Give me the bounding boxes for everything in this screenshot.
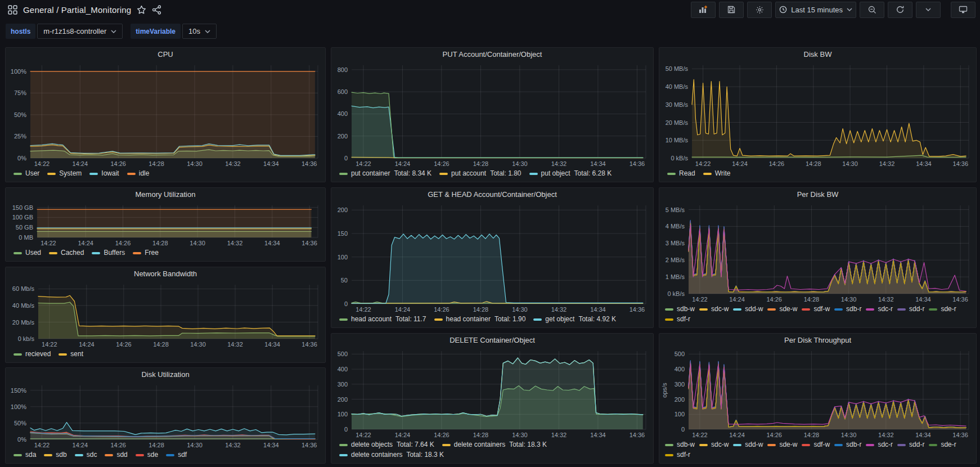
- legend-item[interactable]: sde: [136, 450, 158, 460]
- series-swatch-icon: [166, 454, 174, 456]
- legend-item[interactable]: Iowait: [89, 169, 119, 178]
- legend-item[interactable]: sdc-r: [866, 304, 893, 314]
- legend-item[interactable]: put objectTotal: 6.28 K: [529, 169, 612, 178]
- svg-text:14:30: 14:30: [187, 160, 203, 167]
- legend-item[interactable]: sdf: [166, 450, 187, 460]
- panel-delete: DELETE Container/Object01002003004005001…: [331, 333, 654, 464]
- panel-per-disk-bw: Per Disk BW0 kB/s1 MB/s2 MB/s3 MB/s4 MB/…: [659, 187, 977, 328]
- legend-item[interactable]: Buffers: [92, 248, 125, 258]
- legend-item[interactable]: head containerTotal: 1.90: [434, 315, 526, 324]
- dashboard-panels: CPU0%25%50%75%100%14:2214:2414:2614:2814…: [0, 0, 980, 467]
- legend-item[interactable]: sde-r: [929, 440, 956, 450]
- legend-item[interactable]: sdc-w: [699, 304, 729, 314]
- panel-title-per-disk-throughput[interactable]: Per Disk Throughput: [659, 334, 976, 347]
- legend-item[interactable]: sdd-w: [733, 440, 763, 450]
- series-swatch-icon: [434, 318, 443, 321]
- svg-text:14:24: 14:24: [73, 442, 88, 448]
- legend-item[interactable]: sdb-w: [665, 304, 695, 314]
- legend-item[interactable]: sdf-r: [665, 315, 690, 324]
- svg-text:14:32: 14:32: [225, 442, 241, 448]
- panel-title-disk-util[interactable]: Disk Utilization: [6, 368, 325, 381]
- series-swatch-icon: [339, 173, 348, 175]
- legend-item[interactable]: head accountTotal: 11.7: [339, 315, 426, 324]
- legend-item[interactable]: delete containersTotal: 18.3 K: [442, 440, 547, 450]
- legend-item[interactable]: sdb: [44, 450, 66, 460]
- legend-item[interactable]: System: [47, 169, 82, 178]
- legend-item[interactable]: idle: [127, 169, 150, 178]
- svg-text:14:30: 14:30: [841, 296, 857, 303]
- panel-title-put[interactable]: PUT Account/Container/Object: [331, 48, 653, 61]
- legend-item[interactable]: sda: [14, 450, 36, 460]
- legend-item[interactable]: Used: [14, 248, 41, 258]
- chart-memory[interactable]: 0 MB50 GB100 GB150 GB14:2214:2414:2614:2…: [7, 201, 322, 248]
- legend-label: User: [25, 169, 39, 178]
- chart-delete[interactable]: 010020030040050014:2214:2414:2614:2814:3…: [332, 347, 650, 439]
- legend-item[interactable]: sdc-r: [866, 440, 893, 450]
- legend-item[interactable]: sdd-r: [897, 440, 924, 450]
- legend-item[interactable]: sdd: [105, 450, 127, 460]
- panel-title-delete[interactable]: DELETE Container/Object: [331, 334, 653, 347]
- legend-label: sdf-r: [677, 450, 690, 460]
- legend-item[interactable]: sdc: [75, 450, 97, 460]
- chart-put[interactable]: 020040060080014:2214:2414:2614:2814:3014…: [332, 61, 650, 168]
- legend-item[interactable]: sdb-r: [834, 440, 861, 450]
- legend-item[interactable]: delete containersTotal: 18.3 K: [339, 450, 444, 460]
- legend-label: idle: [139, 169, 150, 178]
- panel-title-network[interactable]: Network Bandwidth: [6, 267, 325, 280]
- svg-text:500: 500: [675, 351, 685, 357]
- svg-text:14:22: 14:22: [695, 160, 711, 167]
- legend-item[interactable]: Free: [133, 248, 159, 258]
- panel-title-cpu[interactable]: CPU: [6, 48, 325, 61]
- series-swatch-icon: [699, 308, 708, 311]
- svg-text:14:28: 14:28: [804, 296, 820, 303]
- legend-item[interactable]: sde-r: [929, 304, 956, 314]
- legend-item[interactable]: Write: [703, 169, 731, 178]
- legend-item[interactable]: sdc-w: [699, 440, 729, 450]
- legend-item[interactable]: sdb-r: [834, 304, 861, 314]
- series-swatch-icon: [75, 454, 83, 456]
- svg-text:0: 0: [344, 426, 348, 433]
- legend-item[interactable]: put accountTotal: 1.80: [439, 169, 521, 178]
- panel-title-memory[interactable]: Memory Utilization: [6, 188, 325, 201]
- svg-text:14:28: 14:28: [152, 240, 168, 246]
- chart-disk-util[interactable]: 0%50%100%150%14:2214:2414:2614:2814:3014…: [7, 381, 322, 450]
- legend-item[interactable]: sdf-r: [665, 450, 690, 460]
- chart-cpu[interactable]: 0%25%50%75%100%14:2214:2414:2614:2814:30…: [7, 61, 322, 168]
- legend-item[interactable]: Read: [667, 169, 695, 178]
- legend-item[interactable]: User: [14, 169, 39, 178]
- legend-item[interactable]: sdd-w: [733, 304, 763, 314]
- legend-item[interactable]: sde-w: [767, 304, 797, 314]
- legend-item[interactable]: put containerTotal: 8.34 K: [339, 169, 431, 178]
- svg-text:14:22: 14:22: [692, 296, 708, 303]
- legend-item[interactable]: get objectTotal: 4.92 K: [533, 315, 616, 324]
- panel-title-get-head[interactable]: GET & HEAD Account/Container/Object: [331, 188, 653, 201]
- legend-label: delete containers: [351, 450, 402, 460]
- chart-per-disk-bw[interactable]: 0 kB/s1 MB/s2 MB/s3 MB/s4 MB/s5 MB/s14:2…: [660, 201, 973, 304]
- legend-item[interactable]: recieved: [14, 349, 51, 359]
- legend-item[interactable]: sdf-w: [802, 440, 830, 450]
- legend-item[interactable]: delete objectsTotal: 7.64 K: [339, 440, 434, 450]
- svg-text:20 Mb/s: 20 Mb/s: [12, 319, 35, 326]
- svg-text:40 Mb/s: 40 Mb/s: [12, 302, 35, 309]
- legend-item[interactable]: Cached: [49, 248, 84, 258]
- svg-text:14:34: 14:34: [916, 160, 932, 167]
- legend-item[interactable]: sent: [59, 349, 83, 359]
- chart-network[interactable]: 0 kb/s20 Mb/s40 Mb/s60 Mb/s14:2214:2414:…: [7, 280, 322, 349]
- panel-title-per-disk-bw[interactable]: Per Disk BW: [659, 188, 976, 201]
- svg-text:100: 100: [338, 254, 348, 261]
- svg-text:0: 0: [681, 426, 685, 433]
- series-swatch-icon: [834, 308, 843, 311]
- legend-item[interactable]: sdd-r: [897, 304, 924, 314]
- legend-item[interactable]: sdf-w: [802, 304, 830, 314]
- chart-disk-bw[interactable]: 0 kB/s10 MB/s20 MB/s30 MB/s40 MB/s50 MB/…: [660, 61, 973, 168]
- svg-text:14:36: 14:36: [630, 306, 645, 313]
- legend-label: sdc-w: [711, 440, 729, 450]
- chart-svg-memory: 0 MB50 GB100 GB150 GB14:2214:2414:2614:2…: [7, 201, 322, 248]
- chart-get-head[interactable]: 05010015020014:2214:2414:2614:2814:3014:…: [332, 201, 650, 314]
- svg-text:200: 200: [338, 133, 348, 140]
- chart-per-disk-throughput[interactable]: 010020030040050014:2214:2414:2614:2814:3…: [660, 347, 973, 439]
- panel-title-disk-bw[interactable]: Disk BW: [659, 48, 976, 61]
- legend-item[interactable]: sdb-w: [665, 440, 695, 450]
- svg-text:14:26: 14:26: [116, 341, 132, 348]
- legend-item[interactable]: sde-w: [767, 440, 797, 450]
